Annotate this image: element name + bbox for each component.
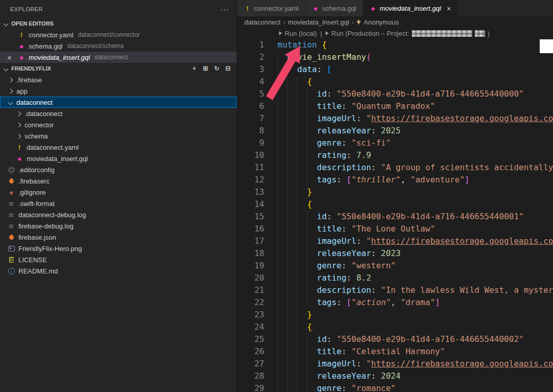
code-token: : — [341, 138, 351, 148]
code-text: rating: 7.9 — [278, 149, 371, 162]
run-production-link[interactable]: Run (Production – Project: ) — [326, 30, 490, 37]
file-item-LICENSE[interactable]: LICENSE — [0, 254, 237, 265]
tab-moviedata_insert.gql[interactable]: ◆moviedata_insert.gql× — [363, 0, 458, 16]
project-section-header[interactable]: FRIENDLYFLIX +⊞↻⊟ — [0, 63, 237, 74]
code-token: } — [307, 310, 312, 319]
line-number: 23 — [237, 309, 264, 321]
folder-item-.firebase[interactable]: .firebase — [0, 74, 237, 85]
folder-item-dataconnect[interactable]: dataconnect — [0, 97, 237, 108]
new-file-icon[interactable]: + — [190, 64, 199, 73]
code-text: id: "550e8400-e29b-41d4-a716-44665544000… — [278, 211, 524, 223]
line-number: 28 — [237, 370, 264, 382]
code-line-5[interactable]: 5 id: "550e8400-e29b-41d4-a716-446655440… — [237, 88, 553, 100]
more-actions-button[interactable]: ··· — [220, 7, 229, 12]
file-item-FriendlyFlix-Hero.png[interactable]: FriendlyFlix-Hero.png — [0, 243, 237, 254]
code-token: 7.9 — [356, 150, 371, 160]
code-line-19[interactable]: 19 genre: "western" — [237, 260, 553, 272]
new-folder-icon[interactable]: ⊞ — [201, 64, 210, 73]
file-item-firebase-debug.log[interactable]: ≡firebase-debug.log — [0, 220, 237, 232]
line-number: 29 — [237, 382, 264, 392]
chevron-down-icon — [4, 66, 9, 71]
open-editor-item[interactable]: ◆schema.gqldataconnect/schema — [0, 40, 237, 52]
code-line-2[interactable]: 2 movie_insertMany( — [237, 51, 553, 63]
code-token: genre — [317, 138, 341, 148]
code-line-8[interactable]: 8 releaseYear: 2025 — [237, 125, 553, 137]
code-line-21[interactable]: 21 description: "In the lawless Wild Wes… — [237, 284, 553, 296]
code-line-17[interactable]: 17 imageUrl: "https://firebasestorage.go… — [237, 235, 553, 247]
code-line-18[interactable]: 18 releaseYear: 2023 — [237, 247, 553, 260]
redacted-badge — [475, 30, 485, 37]
code-text: title: "The Lone Outlaw" — [278, 223, 435, 235]
code-line-27[interactable]: 27 imageUrl: "https://firebasestorage.go… — [237, 358, 553, 370]
tree-label: connector — [25, 121, 54, 129]
code-line-4[interactable]: 4 { — [237, 76, 553, 88]
code-line-12[interactable]: 12 tags: ["thriller", "adventure"] — [237, 174, 553, 186]
folder-item-.dataconnect[interactable]: .dataconnect — [0, 108, 237, 119]
close-icon[interactable]: × — [7, 53, 17, 62]
code-text: description: "A group of scientists acci… — [278, 162, 553, 174]
code-line-9[interactable]: 9 genre: "sci-fi" — [237, 137, 553, 149]
code-line-10[interactable]: 10 rating: 7.9 — [237, 149, 553, 162]
folder-item-schema[interactable]: schema — [0, 130, 237, 142]
code-line-20[interactable]: 20 rating: 8.2 — [237, 272, 553, 284]
code-token: imageUrl — [317, 236, 356, 246]
flame-file-icon — [7, 177, 15, 185]
file-item-.gitignore[interactable]: ◆.gitignore — [0, 187, 237, 198]
open-editor-item[interactable]: !connector.yamldataconnect/connector — [0, 29, 237, 40]
collapse-all-icon[interactable]: ⊟ — [223, 64, 233, 73]
code-token — [278, 334, 317, 344]
code-line-11[interactable]: 11 description: "A group of scientists a… — [237, 162, 553, 174]
breadcrumb-item[interactable]: dataconnect — [244, 18, 281, 26]
run-local-link[interactable]: Run (local) — [279, 30, 317, 37]
code-token: mutation — [278, 40, 317, 50]
code-line-7[interactable]: 7 imageUrl: "https://firebasestorage.goo… — [237, 112, 553, 125]
file-item-README.md[interactable]: README.md — [0, 265, 237, 276]
code-line-23[interactable]: 23 } — [237, 309, 553, 321]
code-line-22[interactable]: 22 tags: ["action", "drama"] — [237, 296, 553, 309]
code-token: movie_insertMany — [287, 52, 366, 62]
line-number: 12 — [237, 174, 264, 186]
breadcrumb-item[interactable]: moviedata_insert.gql — [288, 18, 349, 26]
code-line-24[interactable]: 24 { — [237, 321, 553, 333]
breadcrumb: dataconnect›moviedata_insert.gql›Anonymo… — [237, 16, 553, 28]
breadcrumb-item[interactable]: Anonymous — [357, 18, 399, 26]
tab-label: schema.gql — [322, 5, 356, 12]
code-line-15[interactable]: 15 id: "550e8400-e29b-41d4-a716-44665544… — [237, 211, 553, 223]
code-line-1[interactable]: 1mutation { — [237, 39, 553, 51]
chevron-right-icon — [8, 77, 13, 82]
code-line-13[interactable]: 13 } — [237, 186, 553, 198]
code-line-25[interactable]: 25 id: "550e8400-e29b-41d4-a716-44665544… — [237, 333, 553, 345]
close-icon[interactable]: × — [447, 4, 451, 13]
file-item-.swift-format[interactable]: ≡.swift-format — [0, 198, 237, 209]
file-item-.editorconfig[interactable]: .editorconfig — [0, 164, 237, 175]
tab-schema.gql[interactable]: ◆schema.gql — [305, 0, 362, 16]
folder-item-app[interactable]: app — [0, 85, 237, 97]
code-line-3[interactable]: 3 data: [ — [237, 63, 553, 76]
code-line-29[interactable]: 29 genre: "romance" — [237, 382, 553, 392]
code-line-14[interactable]: 14 { — [237, 198, 553, 211]
code-token: rating — [317, 273, 347, 283]
file-item-moviedata_insert.gql[interactable]: ◆moviedata_insert.gql — [0, 153, 237, 164]
file-item-dataconnect-debug.log[interactable]: ≡dataconnect-debug.log — [0, 209, 237, 220]
code-text: title: "Celestial Harmony" — [278, 345, 445, 358]
symbol-icon — [357, 19, 361, 25]
code-token: : — [327, 334, 336, 344]
code-token: tags — [317, 297, 337, 307]
code-line-26[interactable]: 26 title: "Celestial Harmony" — [237, 345, 553, 358]
code-text: releaseYear: 2025 — [278, 125, 401, 137]
code-line-28[interactable]: 28 releaseYear: 2024 — [237, 370, 553, 382]
open-editor-item[interactable]: ×◆moviedata_insert.gqldataconnect — [0, 52, 237, 63]
folder-item-connector[interactable]: connector — [0, 119, 237, 130]
file-item-firebase.json[interactable]: firebase.json — [0, 232, 237, 243]
tree-label: FriendlyFlix-Hero.png — [18, 245, 82, 252]
refresh-icon[interactable]: ↻ — [212, 64, 221, 73]
tab-connector.yaml[interactable]: !connector.yaml — [237, 0, 305, 16]
file-item-.firebaserc[interactable]: .firebaserc — [0, 175, 237, 187]
license-file-icon — [7, 256, 15, 264]
code-line-6[interactable]: 6 title: "Quantum Paradox" — [237, 100, 553, 112]
code-editor[interactable]: Run (local) | Run (Production – Project:… — [237, 28, 553, 392]
file-item-dataconnect.yaml[interactable]: !dataconnect.yaml — [0, 142, 237, 153]
open-editors-section-header[interactable]: OPEN EDITORS — [0, 18, 237, 29]
code-token: releaseYear — [317, 126, 371, 135]
code-line-16[interactable]: 16 title: "The Lone Outlaw" — [237, 223, 553, 235]
